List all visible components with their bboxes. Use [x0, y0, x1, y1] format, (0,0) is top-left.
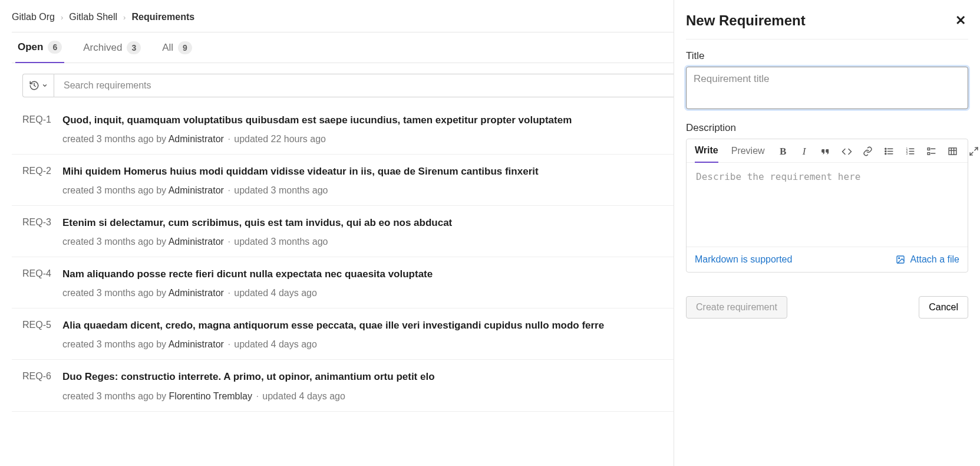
tab-preview[interactable]: Preview	[731, 146, 765, 162]
fullscreen-icon[interactable]	[969, 146, 979, 157]
search-history-button[interactable]	[22, 74, 54, 97]
svg-line-22	[975, 147, 978, 150]
svg-point-6	[885, 150, 886, 152]
history-icon	[29, 80, 39, 91]
tab-all-count: 9	[178, 41, 192, 54]
attach-file-button[interactable]: Attach a file	[896, 254, 959, 265]
requirement-id: REQ-5	[22, 319, 54, 330]
close-icon[interactable]: ✕	[953, 11, 968, 31]
drawer-title: New Requirement	[686, 12, 806, 29]
numbered-list-icon[interactable]: 123	[905, 146, 916, 157]
breadcrumb-org[interactable]: Gitlab Org	[12, 12, 55, 22]
task-list-icon[interactable]	[926, 146, 937, 157]
svg-point-7	[885, 153, 886, 155]
breadcrumb-project[interactable]: Gitlab Shell	[69, 12, 117, 22]
requirement-id: REQ-6	[22, 370, 54, 382]
bullet-list-icon[interactable]	[884, 146, 895, 157]
bold-icon[interactable]: B	[778, 146, 788, 157]
tab-archived[interactable]: Archived 3	[81, 41, 143, 63]
svg-line-1	[34, 86, 35, 87]
svg-line-23	[970, 152, 973, 155]
link-icon[interactable]	[863, 146, 873, 157]
tab-all[interactable]: All 9	[160, 41, 194, 63]
requirement-id: REQ-3	[22, 216, 54, 228]
table-icon[interactable]	[948, 146, 958, 157]
title-label: Title	[686, 50, 968, 62]
svg-point-25	[899, 258, 900, 259]
tab-open[interactable]: Open 6	[15, 41, 64, 63]
italic-icon[interactable]: I	[799, 146, 810, 157]
requirement-id: REQ-4	[22, 268, 54, 279]
tab-archived-count: 3	[127, 41, 141, 54]
tab-all-label: All	[162, 42, 173, 54]
cancel-button[interactable]: Cancel	[919, 296, 968, 319]
svg-rect-14	[928, 148, 930, 150]
code-icon[interactable]	[842, 146, 852, 157]
attach-file-label: Attach a file	[910, 254, 959, 265]
tab-open-label: Open	[18, 41, 43, 53]
requirement-id: REQ-1	[22, 114, 54, 125]
requirement-title-input[interactable]	[686, 67, 968, 109]
requirement-description-input[interactable]	[687, 163, 968, 244]
svg-rect-16	[928, 153, 930, 155]
breadcrumb-current: Requirements	[131, 12, 194, 22]
chevron-down-icon	[42, 83, 48, 88]
description-label: Description	[686, 122, 968, 134]
markdown-toolbar: B I 123	[778, 146, 979, 162]
quote-icon[interactable]	[820, 146, 831, 157]
tab-write[interactable]: Write	[695, 145, 718, 163]
svg-point-5	[885, 148, 886, 149]
tab-open-count: 6	[48, 41, 62, 54]
requirement-id: REQ-2	[22, 165, 54, 176]
tab-archived-label: Archived	[83, 42, 122, 54]
chevron-right-icon: ›	[61, 13, 63, 22]
markdown-help-link[interactable]: Markdown is supported	[695, 254, 792, 265]
svg-rect-18	[949, 148, 956, 155]
description-box: Write Preview B I 123	[686, 139, 968, 273]
image-icon	[896, 255, 905, 264]
create-requirement-button[interactable]: Create requirement	[686, 296, 787, 319]
new-requirement-drawer: New Requirement ✕ Title Description Writ…	[674, 0, 980, 466]
svg-text:3: 3	[906, 152, 908, 155]
chevron-right-icon: ›	[123, 13, 126, 22]
